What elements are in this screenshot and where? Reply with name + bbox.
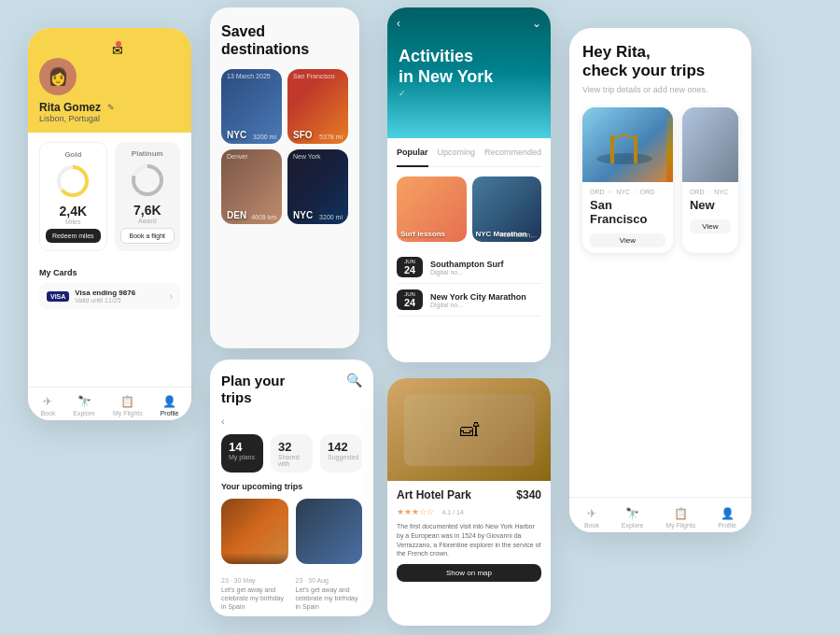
stat-my-plans: 14 My plans: [221, 434, 263, 473]
rita-greeting: Hey Rita,check your trips: [582, 43, 738, 81]
rita-nav-profile[interactable]: 👤 Profile: [718, 507, 736, 529]
trip-ny-route: ORD › NYC: [690, 188, 731, 196]
rita-bottom-nav: ✈ Book 🔭 Explore 📋 My Flights 👤 Profile: [569, 497, 751, 532]
route-arrow-icon2: ›: [634, 188, 637, 196]
budapest-desc: Let's get away and celebrate my birthday…: [296, 586, 363, 611]
back-icon[interactable]: ‹: [221, 416, 225, 427]
dest-nyc[interactable]: 13 March 2025 NYC 3200 mi: [221, 69, 282, 144]
hotel-stars: ★★★☆☆: [397, 507, 434, 516]
svg-point-5: [596, 153, 652, 164]
stat-suggested-num: 142: [328, 440, 355, 454]
activities-body: Popular Upcoming Recommended Surf lesson…: [387, 138, 551, 326]
hotel-body: Art Hotel Park $340 ★★★☆☆ 4.1 / 14 The f…: [387, 481, 551, 589]
hotel-description: The first documented visit into New York…: [397, 522, 541, 558]
nav-book[interactable]: ✈ Book: [40, 395, 55, 416]
search-icon[interactable]: 🔍: [346, 373, 362, 388]
visa-card-row[interactable]: VISA Visa ending 9876 Valid until 11/25 …: [39, 283, 180, 309]
flights-icon: 📋: [113, 395, 143, 408]
notification-dot: [116, 41, 121, 47]
trip-ny-foot: ORD › NYC New View: [682, 182, 738, 239]
upcoming-title: Your upcoming trips: [221, 482, 362, 491]
hotel-card: 🛋 Art Hotel Park $340 ★★★☆☆ 4.1 / 14 The…: [387, 378, 551, 626]
hotel-price: $340: [516, 488, 541, 501]
trip-ny-city: New: [690, 198, 731, 212]
event-date-1: JUN 24: [397, 257, 423, 277]
flights-icon: 📋: [665, 507, 695, 520]
profile-icon: 👤: [161, 395, 179, 408]
visa-badge: VISA: [47, 291, 69, 302]
book-flight-button[interactable]: Book a flight: [120, 228, 175, 244]
activities-tabs: Popular Upcoming Recommended: [397, 148, 541, 167]
rita-subtitle: View trip details or add new ones.: [582, 85, 738, 94]
hotel-name: Art Hotel Park: [397, 488, 471, 501]
edit-icon[interactable]: ✎: [107, 103, 115, 112]
destinations-grid: 13 March 2025 NYC 3200 mi San Francisco …: [221, 69, 348, 224]
barcelona-dates: 23 · 30 May: [221, 577, 288, 584]
dest-den[interactable]: Denver DEN 4609 km: [221, 149, 282, 224]
rita-nav-explore[interactable]: 🔭 Explore: [622, 507, 644, 529]
event-1-title: Southampton Surf: [430, 260, 504, 269]
stat-shared-num: 32: [278, 440, 305, 454]
platinum-miles-sub: Award: [120, 218, 175, 224]
platinum-tier: Platinum 7,6K Award Book a flight: [115, 142, 181, 251]
barcelona-desc: Let's get away and celebrate my birthday…: [221, 586, 288, 611]
nav-explore[interactable]: 🔭 Explore: [73, 395, 95, 416]
event-southampton[interactable]: JUN 24 Southampton Surf Digital no...: [397, 251, 541, 284]
my-cards-title: My Cards: [39, 268, 180, 277]
trip-ny-image: [682, 107, 738, 182]
stat-shared: 32 Shared with: [271, 434, 313, 473]
avatar: 👩: [39, 58, 77, 95]
redeem-miles-button[interactable]: Redeem miles: [46, 229, 101, 243]
dest-nyc2[interactable]: New York NYC 3200 mi: [287, 149, 348, 224]
saved-destinations-card: Saveddestinations 13 March 2025 NYC 3200…: [210, 7, 359, 348]
trip-sf[interactable]: ORD + NYC › ORD San Francisco View: [582, 107, 673, 253]
svg-rect-8: [682, 107, 738, 182]
rita-nav-flights[interactable]: 📋 My Flights: [665, 507, 695, 529]
budapest-name: Budapest: [296, 568, 363, 577]
nav-profile[interactable]: 👤 Profile: [161, 395, 179, 416]
event-date-2: JUN 24: [397, 289, 423, 310]
trip-sf-image: [582, 107, 673, 182]
trip-sf-foot: ORD + NYC › ORD San Francisco View: [582, 182, 673, 253]
show-map-button[interactable]: Show on map: [397, 564, 541, 582]
stat-suggested: 142 Suggested: [320, 434, 362, 473]
activities-hero: ‹ ⌄ Activitiesin New York ✓: [387, 7, 551, 138]
surf-activity[interactable]: Surf lessons: [397, 176, 467, 242]
gold-miles-sub: Miles: [46, 219, 101, 225]
trip-ny[interactable]: ORD › NYC New View: [682, 107, 738, 253]
rita-nav-book[interactable]: ✈ Book: [584, 507, 599, 529]
trip-scroll: ORD + NYC › ORD San Francisco View: [582, 107, 738, 253]
tab-upcoming[interactable]: Upcoming: [438, 148, 476, 161]
view-sf-button[interactable]: View: [590, 233, 665, 247]
platinum-miles-value: 7,6K: [120, 203, 175, 218]
platinum-ring: [129, 162, 166, 199]
budapest-thumb: [296, 499, 363, 564]
trip-budapest[interactable]: Budapest 23 · 30 Aug Let's get away and …: [296, 499, 363, 616]
tab-popular[interactable]: Popular: [397, 148, 428, 167]
hotel-interior: 🛋: [404, 394, 535, 466]
explore-icon: 🔭: [622, 507, 644, 520]
user-location: Lisbon, Portugal: [39, 114, 180, 123]
bookmark-icon[interactable]: ⌄: [532, 17, 541, 30]
dest-sfo[interactable]: San Francisco SFO 5378 mi: [287, 69, 348, 144]
route-arrow-icon: +: [609, 188, 613, 196]
nav-flights[interactable]: 📋 My Flights: [113, 395, 143, 416]
user-name: Rita Gomez: [39, 101, 101, 114]
card-number: Visa ending 9876: [75, 289, 169, 297]
marathon-activity[interactable]: NYC Marathon Manhattan,...: [472, 176, 542, 242]
view-ny-button[interactable]: View: [690, 219, 731, 233]
barcelona-thumb: [221, 499, 288, 564]
plan-title: Plan yourtrips: [221, 373, 285, 406]
trip-sf-route: ORD + NYC › ORD: [590, 188, 665, 196]
saved-title: Saveddestinations: [221, 22, 348, 58]
trip-barcelona[interactable]: Barcelona trip 23 · 30 May Let's get awa…: [221, 499, 288, 616]
back-icon[interactable]: ‹: [397, 17, 400, 30]
stat-suggested-lbl: Suggested: [328, 454, 355, 460]
profile-icon: 👤: [718, 507, 736, 520]
event-marathon[interactable]: JUN 24 New York City Marathon Digital no…: [397, 284, 541, 317]
svg-rect-4: [582, 107, 666, 182]
tab-recommended[interactable]: Recommended: [484, 148, 541, 161]
stats-row: 14 My plans 32 Shared with 142 Suggested: [221, 434, 362, 473]
activities-subtitle: ✓: [399, 89, 539, 98]
budapest-dates: 23 · 30 Aug: [296, 577, 363, 584]
